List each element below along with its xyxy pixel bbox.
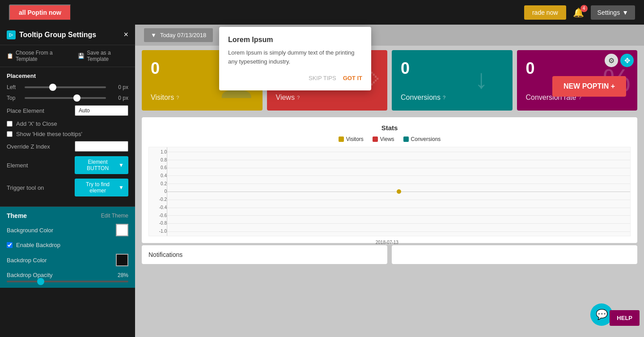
- date-dropdown[interactable]: ▼ Today 07/13/2018: [144, 28, 213, 42]
- override-z-input[interactable]: [75, 141, 128, 152]
- backdrop-color-row: Backdrop Color: [7, 254, 128, 266]
- show-hide-label: Show 'Hide these tooltips': [16, 131, 82, 137]
- conversions-number: 0: [401, 59, 504, 78]
- conversion-rate-number: 0: [526, 59, 629, 78]
- place-element-row: Place Element: [7, 105, 128, 116]
- backdrop-color-label: Backdrop Color: [7, 257, 47, 264]
- help-button[interactable]: HELP: [610, 310, 640, 326]
- placement-label: Placement: [7, 73, 128, 79]
- enable-backdrop-checkbox[interactable]: [7, 242, 13, 248]
- choose-template-label: Choose From a Template: [16, 50, 69, 62]
- views-label: Views ?: [276, 94, 379, 102]
- skip-tips-button[interactable]: SKIP TIPS: [309, 75, 336, 81]
- placement-section: Placement Left 0 px Top 0 px: [0, 67, 135, 207]
- dropdown-arrow-icon: ▼: [151, 32, 157, 38]
- trigger-chevron-icon: ▼: [119, 184, 124, 191]
- bg-color-swatch[interactable]: [116, 224, 128, 236]
- edit-theme-link[interactable]: Edit Theme: [101, 213, 128, 219]
- views-help-icon[interactable]: ?: [297, 95, 300, 100]
- tooltip-title: Lorem Ipsum: [228, 36, 362, 44]
- left-value: 0 px: [110, 84, 128, 90]
- settings-label: Settings: [597, 9, 620, 16]
- bg-color-row: Background Color: [7, 224, 128, 236]
- tooltip-actions: SKIP TIPS GOT IT: [228, 75, 362, 81]
- filter-bar: ▼ Today 07/13/2018: [135, 25, 644, 46]
- conversions-card: 0 Conversions ? ↓: [392, 50, 513, 111]
- y-label-0: 0: [149, 189, 167, 194]
- left-slider-thumb[interactable]: [49, 84, 56, 91]
- override-z-row: Override Z Index: [7, 141, 128, 152]
- backdrop-color-swatch[interactable]: [116, 254, 128, 266]
- main-content: ▼ Today 07/13/2018 ✓ ✕ 0 Visitors ? 👤 0 …: [135, 25, 644, 337]
- enable-backdrop-row: Enable Backdrop: [7, 242, 128, 248]
- template-icon: 📋: [7, 53, 13, 59]
- notification-badge: 4: [580, 5, 588, 12]
- top-label: Top: [7, 95, 20, 101]
- opacity-label: Backdrop Opacity: [7, 272, 53, 278]
- override-z-label: Override Z Index: [7, 143, 50, 150]
- visitors-help-icon[interactable]: ?: [176, 95, 179, 100]
- y-label-08: 0.8: [149, 158, 167, 162]
- visitors-label: Visitors ?: [151, 94, 254, 102]
- legend-conversions-dot: [403, 137, 409, 142]
- chart-title: Stats: [148, 124, 631, 132]
- upgrade-button[interactable]: rade now: [524, 5, 566, 20]
- element-row: Element Element BUTTON ▼: [7, 156, 128, 174]
- legend-visitors-label: Visitors: [346, 136, 364, 142]
- element-label: Element: [7, 162, 28, 169]
- top-placement-row: Top 0 px: [7, 94, 128, 102]
- choose-template-option[interactable]: 📋 Choose From a Template: [7, 50, 69, 62]
- secondary-panel: [392, 245, 637, 264]
- legend-views: Views: [373, 136, 394, 142]
- element-dropdown[interactable]: Element BUTTON ▼: [75, 156, 128, 174]
- trigger-label: Trigger tool on: [7, 184, 44, 191]
- place-element-input[interactable]: [75, 105, 128, 116]
- show-hide-row: Show 'Hide these tooltips': [7, 131, 128, 137]
- add-x-label: Add 'X' to Close: [16, 120, 57, 127]
- data-dot-visitors: [397, 189, 401, 194]
- conversions-help-icon[interactable]: ?: [443, 95, 445, 100]
- element-chevron-icon: ▼: [119, 162, 124, 168]
- y-label-10: 1.0: [149, 149, 167, 154]
- opacity-row: Backdrop Opacity 28%: [7, 272, 128, 278]
- enable-backdrop-label: Enable Backdrop: [16, 242, 60, 248]
- bottom-section: Notifications: [142, 245, 637, 264]
- add-x-checkbox[interactable]: [7, 121, 13, 127]
- y-label-02: 0.2: [149, 181, 167, 186]
- banner-button[interactable]: all Poptin now: [9, 4, 71, 21]
- top-slider[interactable]: [25, 94, 106, 102]
- top-slider-thumb[interactable]: [73, 94, 80, 102]
- sidebar-header: ▷ Tooltip Group Settings ×: [0, 25, 135, 45]
- opacity-value: 28%: [118, 272, 128, 278]
- save-template-option[interactable]: 💾 Save as a Template: [78, 50, 128, 62]
- got-it-button[interactable]: GOT IT: [343, 75, 362, 81]
- save-icon: 💾: [78, 53, 85, 59]
- settings-button[interactable]: Settings ▼: [591, 5, 635, 20]
- legend-conversions-label: Conversions: [411, 136, 441, 142]
- top-nav-left: all Poptin now: [9, 4, 71, 21]
- tooltip-popup: Lorem Ipsum Lorem Ipsum is simply dummy …: [219, 27, 371, 90]
- trigger-dropdown[interactable]: Try to find elemer ▼: [75, 179, 128, 196]
- notification-bell[interactable]: 🔔 4: [573, 7, 584, 18]
- trigger-row: Trigger tool on Try to find elemer ▼: [7, 179, 128, 196]
- element-value: Element BUTTON: [79, 159, 116, 171]
- save-template-label: Save as a Template: [87, 50, 128, 62]
- theme-title: Theme: [7, 212, 27, 219]
- x-label: 2018-07-13: [376, 240, 398, 245]
- opacity-slider-row[interactable]: [7, 281, 128, 282]
- legend-views-label: Views: [380, 136, 394, 142]
- add-x-row: Add 'X' to Close: [7, 120, 128, 127]
- settings-chevron-icon: ▼: [622, 9, 628, 16]
- new-poptin-button[interactable]: NEW POPTIN +: [552, 76, 626, 97]
- opacity-slider-thumb[interactable]: [37, 278, 44, 285]
- legend-visitors-dot: [339, 137, 344, 142]
- left-slider[interactable]: [25, 84, 106, 91]
- close-button[interactable]: ×: [123, 30, 128, 39]
- sidebar: ▷ Tooltip Group Settings × 📋 Choose From…: [0, 25, 135, 337]
- top-nav: all Poptin now rade now 🔔 4 Settings ▼: [0, 0, 644, 25]
- show-hide-checkbox[interactable]: [7, 131, 13, 137]
- conversions-label: Conversions ?: [401, 94, 504, 102]
- theme-section: Theme Edit Theme Background Color Enable…: [0, 207, 135, 288]
- chart-legend: Visitors Views Conversions: [148, 136, 631, 142]
- theme-header: Theme Edit Theme: [7, 212, 128, 219]
